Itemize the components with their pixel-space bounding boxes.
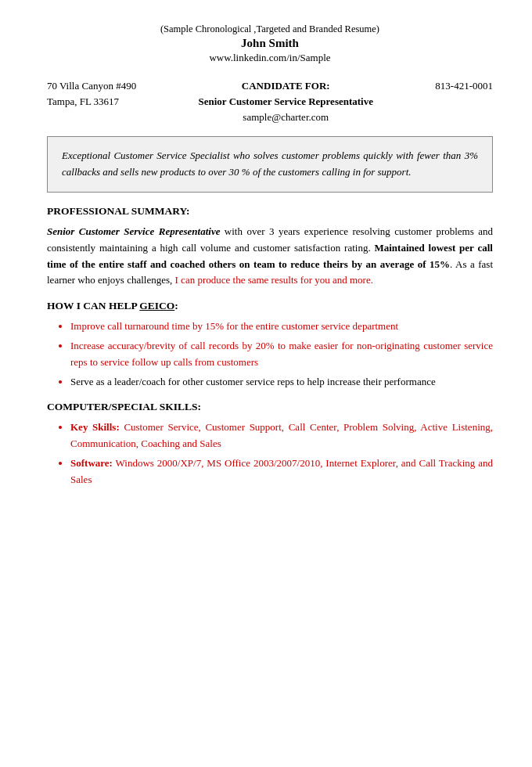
- skills-item-1: Key Skills: Customer Service, Customer S…: [70, 420, 493, 452]
- how-help-list: Improve call turnaround time by 15% for …: [70, 319, 493, 390]
- company-geico: GEICO: [139, 300, 174, 311]
- skills-label-2: Software:: [70, 457, 113, 469]
- list-item-1-text: Improve call turnaround time by 15% for …: [70, 320, 398, 332]
- tagline-text: Exceptional Customer Service Specialist …: [62, 149, 478, 178]
- contact-center: CANDIDATE FOR: Senior Customer Service R…: [199, 78, 373, 125]
- list-item-3: Serve as a leader/coach for other custom…: [70, 374, 493, 391]
- skills-title: COMPUTER/SPECIAL SKILLS:: [47, 401, 493, 413]
- ps-company-name: Senior Customer Service Representative: [47, 225, 220, 237]
- header-url: www.linkedin.com/in/Sample: [47, 52, 493, 64]
- skills-list: Key Skills: Customer Service, Customer S…: [70, 420, 493, 488]
- skills-text-2: Windows 2000/XP/7, MS Office 2003/2007/2…: [70, 457, 493, 485]
- resume-header: (Sample Chronological ,Targeted and Bran…: [47, 23, 493, 64]
- skills-text-1: Customer Service, Customer Support, Call…: [70, 421, 493, 449]
- professional-summary-title: PROFESSIONAL SUMMARY:: [47, 205, 493, 218]
- skills-label-1: Key Skills:: [70, 421, 120, 433]
- professional-summary-body: Senior Customer Service Representative w…: [47, 224, 493, 289]
- position-title: Senior Customer Service Representative: [199, 94, 373, 110]
- list-item-3-text: Serve as a leader/coach for other custom…: [70, 376, 436, 387]
- header-subtitle: (Sample Chronological ,Targeted and Bran…: [47, 23, 493, 35]
- how-help-title: HOW I CAN HELP GEICO:: [47, 300, 493, 312]
- skills-item-2: Software: Windows 2000/XP/7, MS Office 2…: [70, 456, 493, 488]
- contact-section: 70 Villa Canyon #490 Tampa, FL 33617 CAN…: [47, 78, 493, 125]
- list-item-1: Improve call turnaround time by 15% for …: [70, 319, 493, 335]
- candidate-label-row: CANDIDATE FOR:: [199, 78, 373, 94]
- candidate-label: CANDIDATE FOR:: [242, 80, 330, 92]
- email-address: sample@charter.com: [199, 110, 373, 125]
- how-help-title-text: HOW I CAN HELP: [47, 300, 137, 311]
- how-help-colon: :: [174, 300, 178, 311]
- tagline-box: Exceptional Customer Service Specialist …: [47, 136, 493, 193]
- contact-phone: 813-421-0001: [435, 78, 493, 94]
- list-item-2-text: Increase accuracy/brevity of call record…: [70, 340, 493, 368]
- address-line2: Tampa, FL 33617: [47, 94, 136, 110]
- ps-red: I can produce the same results for you a…: [175, 274, 373, 286]
- header-name: John Smith: [47, 37, 493, 50]
- contact-address: 70 Villa Canyon #490 Tampa, FL 33617: [47, 78, 136, 110]
- list-item-2: Increase accuracy/brevity of call record…: [70, 338, 493, 371]
- phone-number: 813-421-0001: [435, 78, 493, 94]
- address-line1: 70 Villa Canyon #490: [47, 78, 136, 94]
